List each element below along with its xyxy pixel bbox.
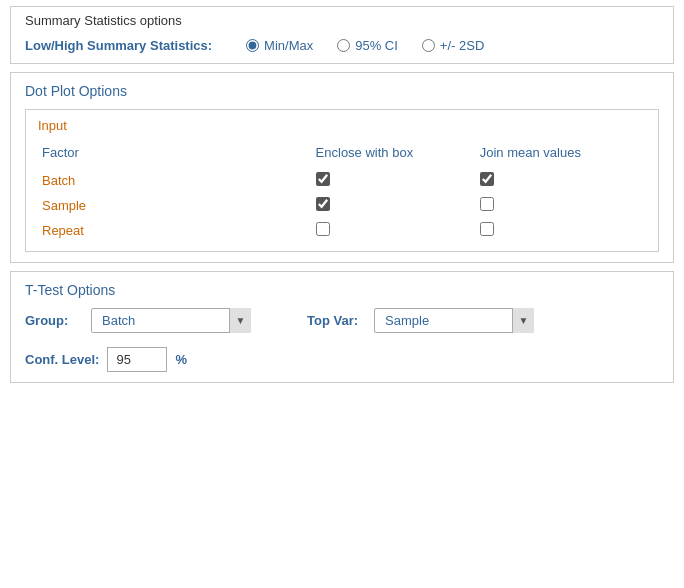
join-repeat-checkbox[interactable] — [480, 222, 494, 236]
join-batch-checkbox[interactable] — [480, 172, 494, 186]
radio-option-minmax[interactable]: Min/Max — [246, 38, 313, 53]
factor-sample: Sample — [38, 193, 312, 218]
dot-plot-section: Dot Plot Options Input Factor Enclose wi… — [10, 72, 674, 263]
enclose-sample-cell — [312, 193, 476, 218]
radio-ci95-label: 95% CI — [355, 38, 398, 53]
group-select-wrapper: Batch Sample Repeat ▼ — [91, 308, 251, 333]
col-enclose: Enclose with box — [312, 141, 476, 168]
factor-repeat: Repeat — [38, 218, 312, 243]
ttest-section: T-Test Options Group: Batch Sample Repea… — [10, 271, 674, 383]
radio-minmax[interactable] — [246, 39, 259, 52]
top-var-label: Top Var: — [307, 313, 358, 328]
group-label: Group: — [25, 313, 75, 328]
input-label: Input — [38, 118, 646, 133]
col-join: Join mean values — [476, 141, 646, 168]
radio-2sd[interactable] — [422, 39, 435, 52]
enclose-batch-cell — [312, 168, 476, 193]
join-batch-cell — [476, 168, 646, 193]
top-var-select-wrapper: Sample Batch Repeat ▼ — [374, 308, 534, 333]
ttest-group-row: Group: Batch Sample Repeat ▼ Top Var: Sa… — [25, 308, 659, 333]
radio-option-ci95[interactable]: 95% CI — [337, 38, 398, 53]
dot-plot-inner-box: Input Factor Enclose with box Join mean … — [25, 109, 659, 252]
radio-ci95[interactable] — [337, 39, 350, 52]
enclose-sample-checkbox[interactable] — [316, 197, 330, 211]
join-sample-checkbox[interactable] — [480, 197, 494, 211]
top-var-select[interactable]: Sample Batch Repeat — [374, 308, 534, 333]
factor-table: Factor Enclose with box Join mean values… — [38, 141, 646, 243]
radio-minmax-label: Min/Max — [264, 38, 313, 53]
low-high-radio-group: Low/High Summary Statistics: Min/Max 95%… — [25, 38, 659, 53]
conf-level-input[interactable] — [107, 347, 167, 372]
low-high-label: Low/High Summary Statistics: — [25, 38, 212, 53]
dot-plot-title: Dot Plot Options — [25, 83, 659, 99]
enclose-repeat-cell — [312, 218, 476, 243]
table-row: Repeat — [38, 218, 646, 243]
radio-option-2sd[interactable]: +/- 2SD — [422, 38, 484, 53]
conf-level-row: Conf. Level: % — [25, 347, 659, 372]
conf-level-label: Conf. Level: — [25, 352, 99, 367]
summary-statistics-section: Summary Statistics options Low/High Summ… — [10, 6, 674, 64]
summary-statistics-title: Summary Statistics options — [25, 13, 659, 28]
table-row: Sample — [38, 193, 646, 218]
group-select[interactable]: Batch Sample Repeat — [91, 308, 251, 333]
table-row: Batch — [38, 168, 646, 193]
col-factor: Factor — [38, 141, 312, 168]
enclose-repeat-checkbox[interactable] — [316, 222, 330, 236]
ttest-title: T-Test Options — [25, 282, 659, 298]
percent-sign: % — [175, 352, 187, 367]
factor-batch: Batch — [38, 168, 312, 193]
join-repeat-cell — [476, 218, 646, 243]
radio-2sd-label: +/- 2SD — [440, 38, 484, 53]
join-sample-cell — [476, 193, 646, 218]
enclose-batch-checkbox[interactable] — [316, 172, 330, 186]
